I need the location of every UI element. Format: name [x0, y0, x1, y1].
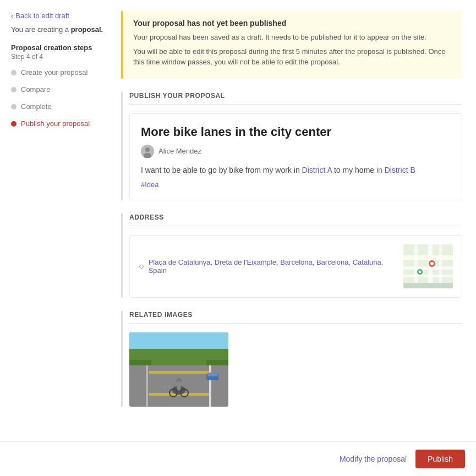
- step-dot-create: [11, 70, 17, 75]
- steps-subtitle: Step 4 of 4: [11, 53, 105, 61]
- map-svg: [403, 244, 453, 288]
- step-dot-publish: [11, 121, 17, 127]
- publish-section-header: PUBLISH YOUR PROPOSAL: [129, 92, 462, 105]
- step-label-complete: Complete: [21, 102, 52, 111]
- bike-image-svg: 🚲: [129, 332, 228, 407]
- publish-button[interactable]: Publish: [415, 450, 465, 468]
- step-dot-compare: [11, 87, 17, 92]
- svg-point-27: [177, 381, 181, 391]
- images-section-header: RELATED IMAGES: [129, 311, 462, 324]
- proposal-title: More bike lanes in the city center: [141, 125, 451, 139]
- images-section: RELATED IMAGES: [121, 311, 462, 407]
- address-section: ADDRESS ○ Plaça de Catalunya, Dreta de l…: [121, 214, 462, 298]
- main-content: ‹ Back to edit draft You are creating a …: [0, 0, 476, 441]
- svg-rect-31: [207, 373, 217, 376]
- author-name: Alice Mendez: [158, 147, 201, 155]
- proposal-card: More bike lanes in the city center Alice…: [129, 113, 462, 200]
- step-label-compare: Compare: [21, 85, 50, 94]
- modify-proposal-link[interactable]: Modify the proposal: [340, 455, 407, 463]
- avatar: [141, 145, 154, 158]
- chevron-left-icon: ‹: [11, 12, 13, 20]
- step-label-create: Create your proposal: [21, 68, 87, 76]
- steps-title: Proposal creation steps: [11, 43, 105, 52]
- page-wrapper: ‹ Back to edit draft You are creating a …: [0, 0, 476, 476]
- sidebar: ‹ Back to edit draft You are creating a …: [0, 11, 116, 430]
- step-create-proposal[interactable]: Create your proposal: [11, 68, 105, 76]
- address-card: ○ Plaça de Catalunya, Dreta de l'Eixampl…: [129, 235, 462, 298]
- notice-title: Your proposal has not yet been published: [133, 19, 452, 28]
- svg-rect-15: [403, 282, 453, 288]
- avatar-icon: [141, 145, 154, 158]
- svg-point-14: [419, 270, 422, 273]
- svg-rect-23: [149, 371, 209, 374]
- svg-point-1: [145, 147, 150, 152]
- bike-image: 🚲: [129, 332, 228, 407]
- district-b-link[interactable]: in District B: [376, 166, 415, 174]
- svg-point-12: [430, 262, 434, 265]
- publish-section: PUBLISH YOUR PROPOSAL More bike lanes in…: [121, 92, 462, 200]
- author-row: Alice Mendez: [141, 145, 451, 158]
- content-area: Your proposal has not yet been published…: [116, 11, 473, 430]
- step-publish[interactable]: Publish your proposal: [11, 119, 105, 128]
- svg-rect-9: [439, 244, 442, 288]
- notice-text2: You will be able to edit this proposal d…: [133, 46, 452, 68]
- step-label-publish: Publish your proposal: [21, 119, 90, 128]
- location-icon: ○: [139, 261, 144, 271]
- svg-rect-10: [403, 255, 453, 260]
- district-a-link[interactable]: District A: [302, 166, 332, 174]
- address-text: Plaça de Catalunya, Dreta de l'Eixample,…: [149, 258, 403, 275]
- map-thumbnail: [403, 244, 453, 288]
- step-complete[interactable]: Complete: [11, 102, 105, 111]
- svg-rect-22: [209, 365, 211, 407]
- creating-text: You are creating a proposal.: [11, 25, 105, 34]
- step-compare[interactable]: Compare: [11, 85, 105, 94]
- proposal-tag: #Idea: [141, 180, 451, 189]
- svg-rect-21: [146, 365, 148, 407]
- address-left: ○ Plaça de Catalunya, Dreta de l'Eixampl…: [139, 258, 403, 275]
- proposal-body: I want to be able to go by bike from my …: [141, 165, 451, 176]
- svg-text:🚲: 🚲: [162, 380, 172, 390]
- svg-rect-7: [414, 244, 418, 288]
- back-to-edit-link[interactable]: ‹ Back to edit draft: [11, 12, 69, 20]
- notice-text1: Your proposal has been saved as a draft.…: [133, 32, 452, 43]
- step-dot-complete: [11, 104, 17, 110]
- footer: Modify the proposal Publish: [0, 441, 476, 476]
- address-section-header: ADDRESS: [129, 214, 462, 226]
- notice-box: Your proposal has not yet been published…: [121, 11, 462, 79]
